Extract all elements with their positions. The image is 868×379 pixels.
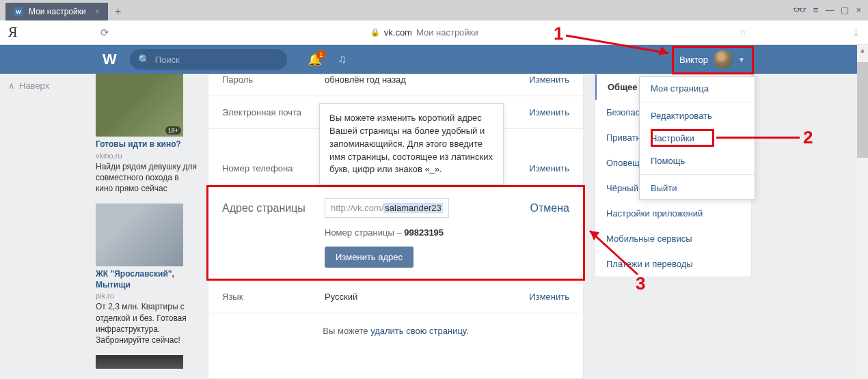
ad-domain: pik.ru bbox=[96, 292, 198, 300]
browser-tab-strip: w Мои настройки × + 👓 ≡ — ▢ × bbox=[0, 0, 868, 20]
close-window-icon[interactable]: × bbox=[856, 5, 861, 15]
minimize-icon[interactable]: — bbox=[825, 5, 834, 15]
reader-icon[interactable]: 👓 bbox=[793, 3, 806, 16]
svg-line-2 bbox=[590, 231, 638, 275]
browser-tab[interactable]: w Мои настройки × bbox=[5, 3, 108, 20]
ads-column: 18+ Готовы идти в кино? vkino.ru Найди р… bbox=[96, 74, 198, 379]
search-input[interactable] bbox=[155, 55, 279, 65]
ad-desc: От 2,3 млн. Квартиры с отделкой и без. Г… bbox=[96, 301, 198, 346]
chevron-up-icon: ∧ bbox=[8, 81, 15, 91]
delete-page-link[interactable]: удалить свою страницу bbox=[370, 326, 466, 336]
window-controls: 👓 ≡ — ▢ × bbox=[786, 0, 868, 20]
change-password-link[interactable]: Изменить bbox=[529, 74, 569, 85]
dd-logout[interactable]: Выйти bbox=[640, 177, 755, 199]
ad-image bbox=[96, 355, 183, 369]
password-label: Пароль bbox=[222, 74, 325, 85]
tab-title: Мои настройки bbox=[29, 7, 86, 16]
ad-title: Готовы идти в кино? bbox=[96, 139, 198, 150]
email-label: Электронная почта bbox=[222, 107, 325, 117]
search-icon: 🔍 bbox=[138, 54, 150, 65]
setting-row-address: Адрес страницы http://vk.com/ salamander… bbox=[206, 185, 585, 281]
change-phone-link[interactable]: Изменить bbox=[529, 163, 569, 173]
lock-icon: 🔒 bbox=[370, 28, 380, 37]
up-label: Наверх bbox=[19, 81, 49, 91]
address-label: Адрес страницы bbox=[222, 202, 325, 214]
setting-row-language: Язык Русский Изменить bbox=[208, 281, 583, 313]
annotation-3: 3 bbox=[636, 273, 645, 294]
age-badge: 18+ bbox=[165, 126, 181, 135]
change-language-link[interactable]: Изменить bbox=[529, 292, 569, 302]
vk-header: W 🔍 🔔 1 ♫ Виктор ▼ bbox=[0, 45, 868, 74]
delete-account-row: Вы можете удалить свою страницу. bbox=[208, 313, 583, 348]
address-tooltip: Вы можете изменить короткий адрес Вашей … bbox=[319, 103, 504, 185]
scroll-up-button[interactable]: ∧ Наверх bbox=[8, 81, 96, 91]
side-item-apps[interactable]: Настройки приложений bbox=[595, 201, 751, 226]
svg-line-0 bbox=[566, 36, 668, 53]
menu-icon[interactable]: ≡ bbox=[813, 5, 819, 15]
vk-favicon: w bbox=[14, 7, 23, 16]
dd-edit[interactable]: Редактировать bbox=[640, 104, 755, 127]
search-box[interactable]: 🔍 bbox=[130, 49, 287, 70]
language-value: Русский bbox=[325, 292, 529, 302]
notifications-icon[interactable]: 🔔 1 bbox=[308, 53, 322, 67]
ad-image bbox=[96, 203, 183, 266]
notif-badge: 1 bbox=[316, 50, 326, 59]
profile-name: Виктор bbox=[679, 55, 708, 65]
reload-icon[interactable]: ⟳ bbox=[100, 27, 109, 39]
url-path: Мои настройки bbox=[416, 27, 478, 38]
page-number-text: Номер страницы – 99823195 bbox=[325, 227, 444, 238]
avatar bbox=[714, 50, 733, 69]
ad-desc: Найди рядом девушку для совместного похо… bbox=[96, 161, 198, 195]
url-domain: vk.com bbox=[384, 27, 412, 38]
ad-title: ЖК "Ярославский", Мытищи bbox=[96, 269, 198, 290]
music-icon[interactable]: ♫ bbox=[338, 53, 347, 66]
address-bar: Я ⟳ 🔒 vk.com Мои настройки ☆ ⤓ bbox=[0, 20, 868, 45]
annotation-1: 1 bbox=[554, 23, 563, 44]
new-tab-button[interactable]: + bbox=[108, 3, 128, 20]
maximize-icon[interactable]: ▢ bbox=[841, 5, 849, 15]
tab-close-icon[interactable]: × bbox=[95, 7, 100, 16]
change-email-link[interactable]: Изменить bbox=[529, 107, 569, 117]
cancel-link[interactable]: Отмена bbox=[530, 202, 569, 214]
ad-domain: vkino.ru bbox=[96, 152, 198, 160]
profile-menu-button[interactable]: Виктор ▼ bbox=[673, 45, 752, 74]
vk-logo[interactable]: W bbox=[103, 51, 116, 68]
settings-panel: Пароль обновлён год назад Изменить Элект… bbox=[208, 74, 584, 379]
annotation-line-2 bbox=[716, 137, 800, 139]
favorite-icon[interactable]: ☆ bbox=[739, 27, 747, 38]
vertical-scrollbar[interactable]: ▲ bbox=[857, 45, 868, 379]
ad-block[interactable]: 18+ Готовы идти в кино? vkino.ru Найди р… bbox=[96, 74, 198, 194]
scroll-up-arrow[interactable]: ▲ bbox=[857, 45, 868, 55]
url-prefix: http://vk.com/ bbox=[331, 203, 383, 213]
dd-my-page[interactable]: Моя страница bbox=[640, 77, 755, 100]
ad-block[interactable]: ЖК "Ярославский", Мытищи pik.ru От 2,3 м… bbox=[96, 203, 198, 346]
url-value: salamander23 bbox=[383, 203, 442, 213]
password-value: обновлён год назад bbox=[325, 74, 529, 85]
yandex-logo[interactable]: Я bbox=[8, 25, 17, 40]
annotation-2: 2 bbox=[803, 127, 813, 148]
scroll-thumb[interactable] bbox=[857, 62, 868, 158]
phone-label: Номер телефона bbox=[222, 163, 325, 173]
dd-help[interactable]: Помощь bbox=[640, 150, 755, 172]
download-icon[interactable]: ⤓ bbox=[852, 27, 860, 38]
language-label: Язык bbox=[222, 292, 325, 302]
ad-image: 18+ bbox=[96, 74, 183, 137]
setting-row-email: Электронная почта Вы можете изменить кор… bbox=[208, 96, 583, 129]
address-input[interactable]: http://vk.com/ salamander23 bbox=[325, 198, 449, 218]
setting-row-password: Пароль обновлён год назад Изменить bbox=[208, 74, 583, 96]
caret-down-icon: ▼ bbox=[738, 56, 745, 64]
change-address-button[interactable]: Изменить адрес bbox=[325, 247, 413, 268]
